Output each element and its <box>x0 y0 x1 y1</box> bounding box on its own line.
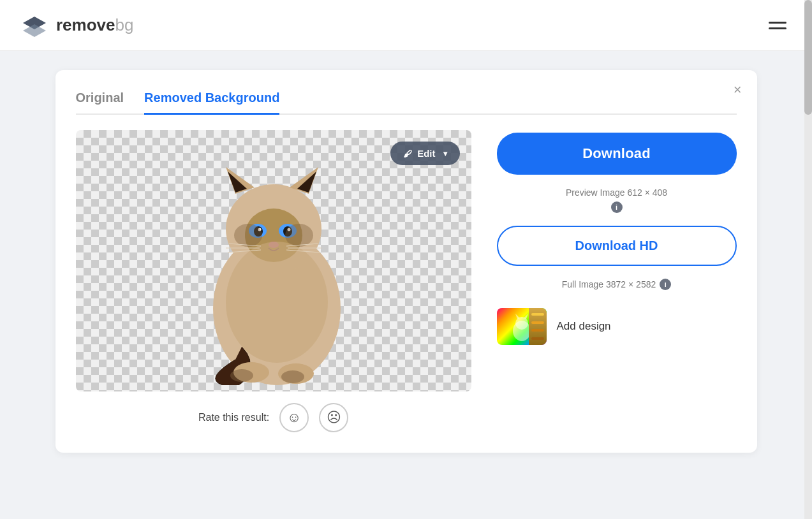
svg-point-17 <box>285 224 313 247</box>
svg-point-22 <box>281 370 304 383</box>
edit-button[interactable]: 🖌 Edit ▾ <box>390 142 459 165</box>
header: removebg <box>0 0 812 51</box>
hamburger-menu[interactable] <box>764 17 792 34</box>
sad-face-icon: ☹ <box>327 409 341 426</box>
tab-bar: Original Removed Background <box>76 91 737 115</box>
add-design-area[interactable]: Add design <box>497 308 737 345</box>
svg-point-16 <box>234 224 262 247</box>
brush-icon: 🖌 <box>403 149 412 159</box>
logo-icon <box>20 11 48 40</box>
rating-label: Rate this result: <box>198 412 269 423</box>
design-stripe-2 <box>531 321 544 324</box>
right-panel: Download Preview Image 612 × 408 i Downl… <box>497 130 737 345</box>
download-button[interactable]: Download <box>497 133 737 175</box>
chevron-down-icon: ▾ <box>443 149 447 158</box>
result-card: × Original Removed Background <box>55 70 757 453</box>
full-image-dimensions: Full Image 3872 × 2582 <box>562 279 656 289</box>
logo-text: removebg <box>56 15 133 35</box>
svg-marker-31 <box>515 314 520 319</box>
design-overlay <box>529 308 547 345</box>
logo-area: removebg <box>20 11 133 40</box>
main-content: × Original Removed Background <box>0 51 812 472</box>
rating-area: Rate this result: ☺ ☹ <box>76 403 471 432</box>
design-thumbnail <box>497 308 547 345</box>
preview-info: Preview Image 612 × 408 i <box>497 187 737 213</box>
svg-point-18 <box>226 242 328 363</box>
tab-original[interactable]: Original <box>76 91 124 115</box>
preview-dimensions: Preview Image 612 × 408 <box>566 187 667 198</box>
design-stripe-1 <box>531 313 544 316</box>
preview-info-icon[interactable]: i <box>611 201 623 213</box>
image-container: 🖌 Edit ▾ <box>76 130 471 391</box>
thumbs-up-button[interactable]: ☺ <box>279 403 309 432</box>
design-stripe-4 <box>531 337 544 340</box>
add-design-label: Add design <box>557 320 611 333</box>
full-image-info-icon[interactable]: i <box>660 279 671 290</box>
full-image-info: Full Image 3872 × 2582 i <box>497 279 737 290</box>
close-button[interactable]: × <box>734 83 742 97</box>
scrollbar-thumb[interactable] <box>804 0 812 115</box>
hamburger-line-2 <box>769 27 786 29</box>
hamburger-line-1 <box>769 22 786 24</box>
svg-marker-32 <box>524 314 528 319</box>
thumbs-down-button[interactable]: ☹ <box>319 403 348 432</box>
tab-removed-background[interactable]: Removed Background <box>144 91 279 115</box>
content-area: 🖌 Edit ▾ Rate this result: ☺ ☹ <box>76 130 737 432</box>
download-hd-button[interactable]: Download HD <box>497 226 737 266</box>
cat-preview <box>76 130 471 391</box>
happy-face-icon: ☺ <box>287 409 301 426</box>
image-panel: 🖌 Edit ▾ Rate this result: ☺ ☹ <box>76 130 471 432</box>
svg-marker-1 <box>23 24 46 37</box>
cat-svg <box>178 136 369 385</box>
svg-point-21 <box>230 369 253 382</box>
design-stripe-3 <box>531 329 544 332</box>
scrollbar[interactable] <box>804 0 812 519</box>
